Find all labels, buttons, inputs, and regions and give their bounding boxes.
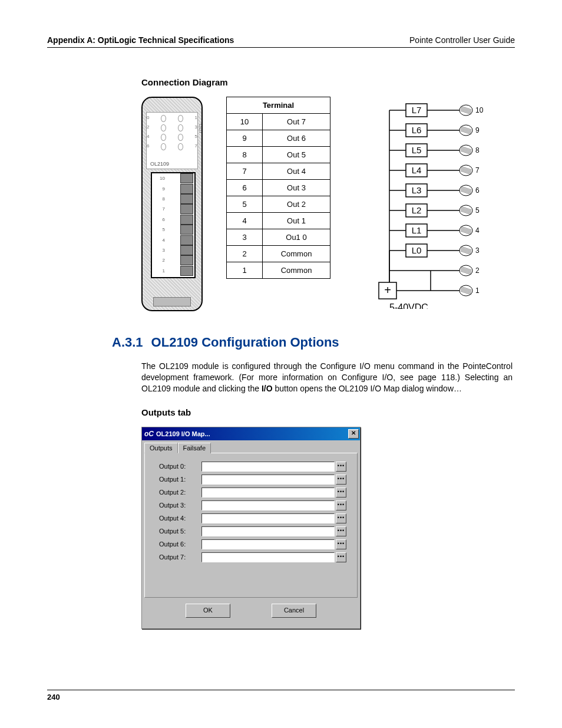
- svg-text:8: 8: [475, 146, 480, 154]
- wiring-svg: L710L69L58L47L36L25L14L03+215-40VDC: [354, 97, 490, 309]
- output-0-input[interactable]: [201, 462, 335, 472]
- output-2-browse-button[interactable]: •••: [336, 487, 346, 498]
- output-7-input[interactable]: [201, 552, 335, 562]
- module-term-screw: [180, 204, 193, 214]
- output-5-browse-button[interactable]: •••: [336, 526, 346, 536]
- output-4-input[interactable]: [201, 513, 335, 523]
- svg-text:4: 4: [475, 226, 480, 235]
- dialog-titlebar: oC OL2109 I/O Map... ✕: [142, 427, 360, 440]
- section-title: OL2109 Configuration Options: [151, 335, 339, 350]
- dialog-title-text: OL2109 I/O Map...: [156, 430, 210, 437]
- ok-button[interactable]: OK: [186, 604, 230, 618]
- output-label: Output 1:: [159, 476, 201, 483]
- output-label: Output 7:: [159, 554, 201, 561]
- module-label: OL2109: [149, 161, 170, 167]
- module-term-number: 2: [152, 258, 167, 263]
- module-term-number: 8: [152, 196, 167, 202]
- terminal-number: 1: [227, 262, 263, 279]
- svg-text:L6: L6: [412, 125, 422, 135]
- output-0-browse-button[interactable]: •••: [336, 462, 346, 472]
- tableminal-row: 2Common: [227, 246, 330, 262]
- svg-text:6: 6: [475, 186, 480, 195]
- output-1-browse-button[interactable]: •••: [336, 475, 346, 485]
- output-2-input[interactable]: [201, 487, 335, 498]
- cancel-button[interactable]: Cancel: [272, 604, 316, 618]
- svg-text:L0: L0: [412, 245, 422, 255]
- wiring-diagram: L710L69L58L47L36L25L14L03+215-40VDC: [354, 97, 490, 311]
- module-term-screw: [180, 245, 193, 255]
- tableminal-row: 6Out 3: [227, 180, 330, 196]
- output-3-input[interactable]: [201, 500, 335, 510]
- module-terminal-block: 10987654321: [151, 172, 196, 278]
- terminal-number: 10: [227, 114, 263, 130]
- module-term-number: 4: [152, 238, 167, 243]
- terminal-table: Terminal 10Out 79Out 68Out 57Out 46Out 3…: [226, 97, 330, 279]
- module-term-row: 8: [152, 194, 194, 204]
- svg-text:L3: L3: [412, 185, 422, 195]
- module-term-row: 5: [152, 225, 194, 235]
- output-6-browse-button[interactable]: •••: [336, 539, 346, 549]
- svg-text:5-40VDC: 5-40VDC: [389, 302, 428, 309]
- output-1-input[interactable]: [201, 475, 335, 485]
- tableminal-row: 3Ou1 0: [227, 229, 330, 246]
- tableminal-row: 7Out 4: [227, 163, 330, 180]
- section-paragraph: The OL2109 module is configured through …: [141, 361, 513, 394]
- module-term-number: 9: [152, 186, 167, 192]
- output-label: Output 3:: [159, 502, 201, 509]
- terminal-table-header: Terminal: [227, 97, 330, 114]
- outputs-tab-heading: Outputs tab: [141, 407, 515, 417]
- svg-text:L5: L5: [412, 145, 422, 155]
- svg-text:9: 9: [475, 126, 480, 134]
- output-6-input[interactable]: [201, 539, 335, 549]
- close-button[interactable]: ✕: [348, 429, 359, 439]
- module-term-row: 10: [152, 173, 194, 183]
- tableminal-row: 10Out 7: [227, 114, 330, 130]
- module-term-screw: [180, 266, 193, 276]
- dialog-app-icon: oC: [144, 430, 154, 438]
- module-term-screw: [180, 215, 193, 225]
- module-term-row: 3: [152, 245, 194, 255]
- page-number: 240: [47, 693, 60, 701]
- module-term-number: 5: [152, 227, 167, 232]
- dialog-tabs: Outputs Failsafe: [144, 443, 358, 453]
- output-row: Output 5:•••: [159, 526, 346, 536]
- svg-text:L4: L4: [412, 165, 422, 175]
- module-term-number: 3: [152, 248, 167, 253]
- output-row: Output 4:•••: [159, 513, 346, 523]
- tab-outputs[interactable]: Outputs: [144, 443, 178, 453]
- connection-diagram-row: 01 23 45 67 OL2109 OUT 10987654321 Termi…: [141, 97, 515, 311]
- page-footer: 240: [47, 690, 515, 701]
- output-5-input[interactable]: [201, 526, 335, 536]
- module-term-screw: [180, 173, 193, 183]
- output-label: Output 4:: [159, 515, 201, 522]
- output-row: Output 0:•••: [159, 462, 346, 472]
- output-row: Output 7:•••: [159, 552, 346, 562]
- module-term-number: 6: [152, 217, 167, 222]
- module-term-number: 10: [152, 176, 167, 181]
- output-3-browse-button[interactable]: •••: [336, 500, 346, 510]
- module-term-row: 6: [152, 215, 194, 225]
- tab-failsafe[interactable]: Failsafe: [178, 443, 211, 453]
- svg-text:L2: L2: [412, 205, 422, 215]
- output-row: Output 2:•••: [159, 487, 346, 498]
- terminal-label: Out 3: [263, 180, 330, 196]
- svg-text:7: 7: [475, 166, 480, 174]
- output-4-browse-button[interactable]: •••: [336, 513, 346, 523]
- terminal-number: 2: [227, 246, 263, 262]
- terminal-number: 9: [227, 130, 263, 147]
- terminal-number: 7: [227, 163, 263, 180]
- terminal-label: Common: [263, 262, 330, 279]
- page-header: Appendix A: OptiLogic Technical Specific…: [47, 35, 515, 48]
- svg-text:+: +: [384, 284, 391, 297]
- module-term-row: 7: [152, 204, 194, 214]
- module-term-number: 1: [152, 268, 167, 274]
- terminal-number: 3: [227, 229, 263, 246]
- svg-text:10: 10: [475, 106, 484, 114]
- module-side-label: OUT: [198, 124, 203, 134]
- section-heading: A.3.1 OL2109 Configuration Options: [112, 335, 515, 350]
- svg-text:3: 3: [475, 246, 480, 255]
- output-7-browse-button[interactable]: •••: [336, 552, 346, 562]
- tableminal-row: 4Out 1: [227, 213, 330, 229]
- terminal-number: 8: [227, 147, 263, 163]
- tableminal-row: 9Out 6: [227, 130, 330, 147]
